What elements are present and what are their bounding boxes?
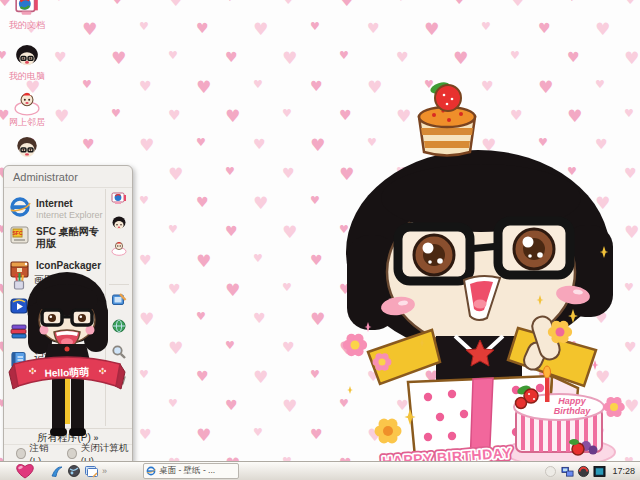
menu-item-label: Internet <box>36 196 108 210</box>
heart-pattern-glyph: ♥ <box>567 398 580 412</box>
quick-launch-browser-icon[interactable] <box>50 464 64 478</box>
heart-pattern-glyph: ♥ <box>396 282 411 299</box>
desktop-icon-network-places[interactable]: 网上邻居 <box>0 90 54 128</box>
heart-pattern-glyph: ♥ <box>225 224 238 238</box>
heart-pattern-glyph: ♥ <box>595 79 605 90</box>
menu-item-sfc[interactable]: SFC SFC 桌酷网专用版 <box>9 224 109 249</box>
heart-pattern-glyph: ♥ <box>310 311 325 328</box>
heart-pattern-glyph: ♥ <box>481 137 496 154</box>
search-icon <box>111 344 127 360</box>
heart-pattern-glyph: ♥ <box>367 311 377 322</box>
tray-monitor-icon[interactable] <box>593 465 606 478</box>
task-button-desktop-wallpaper[interactable]: 桌面 - 壁纸 - ... <box>143 463 239 479</box>
heart-pattern-glyph: ♥ <box>282 108 292 119</box>
heart-pattern-glyph: ♥ <box>396 0 406 3</box>
menu-item-label: 记事本 <box>34 350 106 364</box>
quick-launch-globe-icon[interactable] <box>67 464 81 478</box>
menu-item-realplayer[interactable]: RealPlayer 中文版 <box>9 296 109 321</box>
heart-pattern-glyph: ♥ <box>282 166 295 180</box>
heart-pattern-glyph: ♥ <box>139 137 154 154</box>
heart-pattern-glyph: ♥ <box>225 108 240 125</box>
heart-pattern-glyph: ♥ <box>168 224 178 235</box>
menu-right-network-places[interactable] <box>111 240 127 260</box>
menu-item-archive[interactable] <box>9 322 109 342</box>
heart-pattern-glyph: ♥ <box>510 224 520 235</box>
heart-pattern-glyph: ♥ <box>82 137 95 151</box>
desktop-icon-label: 网上邻居 <box>0 118 54 128</box>
heart-pattern-glyph: ♥ <box>510 50 520 61</box>
heart-pattern-glyph: ♥ <box>225 282 240 299</box>
paint-icon <box>9 272 29 292</box>
heart-pattern-glyph: ♥ <box>282 224 297 241</box>
start-button[interactable] <box>14 463 36 479</box>
heart-pattern-glyph: ♥ <box>624 166 637 180</box>
menu-item-paint[interactable]: 画图 <box>9 272 109 292</box>
heart-pattern-glyph: ♥ <box>567 340 577 351</box>
heart-pattern-glyph: ♥ <box>339 398 349 409</box>
menu-right-my-computer[interactable] <box>111 216 127 236</box>
heart-pattern-glyph: ♥ <box>453 224 468 241</box>
desktop-icon-label: 我的文档 <box>0 21 54 31</box>
heart-pattern-glyph: ♥ <box>253 427 263 438</box>
heart-pattern-glyph: ♥ <box>339 0 354 9</box>
menu-right-search[interactable] <box>111 344 127 364</box>
heart-pattern-glyph: ♥ <box>567 50 580 64</box>
desktop-icon-user-face[interactable] <box>0 136 54 164</box>
heart-pattern-glyph: ♥ <box>168 282 181 296</box>
heart-pattern-glyph: ♥ <box>339 108 352 122</box>
quick-launch-bar: » <box>50 464 107 478</box>
heart-pattern-glyph: ♥ <box>282 282 292 293</box>
heart-pattern-glyph: ♥ <box>310 79 323 93</box>
menu-item-label: RealPlayer 中文版 <box>34 296 106 321</box>
tray-network-icon[interactable] <box>561 465 574 478</box>
heart-pattern-glyph: ♥ <box>538 369 551 383</box>
tray-hide-icons-button[interactable] <box>545 466 556 477</box>
heart-pattern-glyph: ♥ <box>225 398 238 412</box>
menu-item-notepad[interactable]: 记事本 <box>9 350 109 370</box>
quick-launch-overflow-icon[interactable]: » <box>102 466 107 476</box>
heart-pattern-glyph: ♥ <box>282 0 295 6</box>
desktop-icon-my-computer[interactable]: 我的电脑 <box>0 44 54 82</box>
tray-antivirus-icon[interactable] <box>577 465 590 478</box>
heart-pattern-glyph: ♥ <box>111 108 121 119</box>
heart-pattern-glyph: ♥ <box>567 282 582 299</box>
menu-item-internet[interactable]: Internet Internet Explorer <box>9 196 109 220</box>
show-desktop-icon[interactable] <box>84 464 98 478</box>
heart-pattern-glyph: ♥ <box>139 253 152 267</box>
my-documents-icon <box>14 0 40 19</box>
menu-right-network-connections[interactable] <box>111 318 127 338</box>
heart-pattern-glyph: ♥ <box>424 311 437 325</box>
heart-pattern-glyph: ♥ <box>54 108 69 125</box>
desktop-icon-label: 我的电脑 <box>0 72 54 82</box>
network-places-small-icon <box>111 240 127 256</box>
heart-pattern-glyph: ♥ <box>111 50 126 67</box>
heart-pattern-glyph: ♥ <box>225 0 235 3</box>
heart-pattern-glyph: ♥ <box>282 340 295 354</box>
menu-item-label <box>34 322 106 324</box>
desktop-icon-my-documents[interactable]: 我的文档 <box>0 0 54 31</box>
heart-pattern-glyph: ♥ <box>253 195 268 212</box>
heart-pattern-glyph: ♥ <box>453 340 466 354</box>
heart-pattern-glyph: ♥ <box>624 224 639 241</box>
internet-explorer-icon <box>9 196 31 218</box>
heart-pattern-glyph: ♥ <box>538 21 551 35</box>
heart-pattern-glyph: ♥ <box>196 79 211 96</box>
user-face-icon <box>14 136 40 162</box>
menu-right-control-panel[interactable] <box>111 292 127 312</box>
realplayer-icon <box>9 296 29 316</box>
heart-pattern-glyph: ♥ <box>310 427 323 441</box>
heart-pattern-glyph: ♥ <box>225 50 238 64</box>
heart-pattern-glyph: ♥ <box>196 137 206 148</box>
heart-pattern-glyph: ♥ <box>595 369 610 386</box>
globe-icon <box>111 318 127 334</box>
heart-pattern-glyph: ♥ <box>538 253 553 270</box>
heart-pattern-glyph: ♥ <box>54 50 67 64</box>
taskbar-clock: 17:28 <box>612 466 635 476</box>
heart-pattern-glyph: ♥ <box>538 427 553 444</box>
taskbar: » 桌面 - 壁纸 - ... 17:28 <box>0 461 640 480</box>
menu-right-run[interactable] <box>111 370 127 390</box>
heart-pattern-glyph: ♥ <box>54 0 64 3</box>
heart-pattern-glyph: ♥ <box>282 398 297 415</box>
heart-pattern-glyph: ♥ <box>196 311 206 322</box>
menu-right-my-documents[interactable] <box>111 191 127 211</box>
